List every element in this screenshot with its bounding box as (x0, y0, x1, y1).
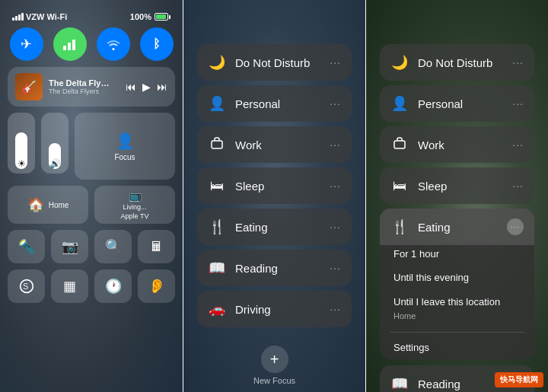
airplane-mode-button[interactable]: ✈ (10, 27, 43, 61)
home-label: Home (49, 201, 69, 209)
music-widget[interactable]: 🎸 The Delta Fly… The Delta Flyers ⏮ ▶ ⏭ (8, 67, 175, 107)
play-icon[interactable]: ▶ (142, 81, 151, 93)
eating-until-evening[interactable]: Until this evening (380, 266, 534, 289)
p3-personal-item[interactable]: 👤 Personal ··· (380, 85, 534, 122)
music-controls[interactable]: ⏮ ▶ ⏭ (126, 81, 167, 93)
clock-button[interactable]: 🕐 (94, 269, 132, 303)
eating-dots[interactable]: ··· (330, 221, 341, 233)
driving-dots[interactable]: ··· (330, 303, 341, 315)
p3-eating-item[interactable]: 🍴 Eating ··· (380, 209, 534, 245)
reading-item[interactable]: 📖 Reading ··· (197, 250, 352, 286)
battery-percent: 100% (130, 12, 151, 21)
camera-button[interactable]: 📷 (51, 230, 88, 263)
driving-icon: 🚗 (208, 301, 226, 317)
home-button[interactable]: 🏠 Home (8, 186, 88, 224)
eating-until-leave[interactable]: Until I leave this locationHome (380, 289, 534, 329)
focus-button[interactable]: 👤 Focus (75, 113, 175, 180)
eating-dropdown: For 1 hour Until this evening Until I le… (380, 242, 534, 359)
p3-do-not-disturb-dots[interactable]: ··· (512, 56, 524, 69)
p3-personal-label: Personal (418, 97, 503, 110)
flashlight-button[interactable]: 🔦 (8, 230, 45, 263)
p3-personal-icon: 👤 (390, 95, 409, 112)
bluetooth-button[interactable]: ᛒ (140, 27, 174, 61)
volume-icon: 🔊 (49, 158, 61, 169)
p3-eating-dots[interactable]: ··· (507, 218, 524, 235)
personal-dots[interactable]: ··· (330, 97, 341, 110)
brightness-slider[interactable]: ☀ (8, 113, 35, 174)
apple-tv-button[interactable]: 📺 Living... Apple TV (94, 186, 175, 224)
p3-eating-icon: 🍴 (390, 218, 409, 235)
calculator-button[interactable]: 🖩 (138, 230, 175, 263)
focus-expanded-panel: 🌙 Do Not Disturb ··· 👤 Personal ··· Work… (365, 0, 548, 392)
sleep-dots[interactable]: ··· (330, 180, 341, 192)
status-bar: VZW Wi-Fi 100% (8, 9, 175, 27)
p3-reading-label: Reading (418, 378, 503, 390)
rewind-icon[interactable]: ⏮ (126, 81, 136, 93)
hearing-button[interactable]: 👂 (138, 269, 175, 303)
p3-do-not-disturb-item[interactable]: 🌙 Do Not Disturb ··· (380, 44, 534, 81)
music-title: The Delta Fly… (49, 78, 119, 88)
fast-forward-icon[interactable]: ⏭ (157, 81, 167, 93)
p3-sleep-item[interactable]: 🛏 Sleep ··· (380, 167, 534, 204)
svg-rect-1 (68, 43, 71, 50)
eating-item[interactable]: 🍴 Eating ··· (197, 209, 352, 245)
driving-item[interactable]: 🚗 Driving ··· (197, 291, 352, 327)
home-icon: 🏠 (27, 196, 44, 213)
p3-work-dots[interactable]: ··· (512, 139, 524, 151)
svg-rect-2 (72, 40, 75, 50)
person-icon: 👤 (116, 132, 135, 150)
signal-bars (12, 13, 24, 21)
reading-dots[interactable]: ··· (330, 262, 341, 274)
eating-label: Eating (235, 221, 320, 234)
svg-rect-6 (394, 141, 405, 148)
do-not-disturb-item[interactable]: 🌙 Do Not Disturb ··· (197, 44, 352, 81)
sleep-label: Sleep (235, 180, 320, 193)
work-item[interactable]: Work ··· (197, 126, 352, 163)
personal-item[interactable]: 👤 Personal ··· (197, 85, 352, 122)
shazam-button[interactable]: S (8, 269, 45, 303)
sleep-item[interactable]: 🛏 Sleep ··· (197, 167, 352, 204)
new-focus-button[interactable]: + New Focus (191, 346, 358, 385)
work-icon (208, 136, 226, 154)
p3-personal-dots[interactable]: ··· (512, 97, 524, 110)
focus-mode-list: 🌙 Do Not Disturb ··· 👤 Personal ··· Work… (191, 38, 358, 333)
do-not-disturb-dots[interactable]: ··· (330, 56, 341, 69)
svg-text:S: S (23, 282, 28, 291)
eating-for-1-hour[interactable]: For 1 hour (380, 242, 534, 266)
work-dots[interactable]: ··· (330, 139, 341, 151)
sleep-icon: 🛏 (208, 178, 226, 194)
tv-icon: 📺 (129, 190, 142, 202)
album-art: 🎸 (15, 73, 43, 100)
cellular-button[interactable] (53, 27, 87, 61)
new-focus-label: New Focus (253, 376, 295, 385)
wifi-button[interactable] (97, 27, 130, 61)
eating-settings[interactable]: Settings (380, 336, 534, 359)
p3-sleep-icon: 🛏 (390, 178, 409, 194)
new-focus-circle: + (261, 346, 288, 373)
status-right: 100% (130, 12, 170, 21)
p3-sleep-dots[interactable]: ··· (512, 180, 524, 192)
p3-do-not-disturb-label: Do Not Disturb (418, 56, 503, 69)
volume-slider[interactable]: 🔊 (41, 113, 68, 174)
reading-label: Reading (235, 262, 320, 275)
personal-label: Personal (235, 97, 320, 110)
driving-label: Driving (235, 303, 320, 316)
p3-work-icon (390, 136, 409, 154)
qr-scanner-button[interactable]: ▦ (51, 269, 88, 303)
music-info: The Delta Fly… The Delta Flyers (49, 78, 119, 95)
tv-sublabel: Apple TV (121, 212, 149, 220)
music-artist: The Delta Flyers (49, 88, 119, 95)
svg-rect-0 (63, 46, 66, 50)
focus-mode-list-expanded: 🌙 Do Not Disturb ··· 👤 Personal ··· Work… (374, 38, 540, 392)
p3-work-item[interactable]: Work ··· (380, 126, 534, 163)
personal-icon: 👤 (208, 95, 226, 112)
p3-work-label: Work (418, 139, 503, 151)
focus-list-panel: 🌙 Do Not Disturb ··· 👤 Personal ··· Work… (183, 0, 365, 392)
status-left: VZW Wi-Fi (12, 12, 67, 21)
svg-rect-5 (212, 141, 222, 148)
magnifier-button[interactable]: 🔍 (94, 230, 132, 263)
p3-sleep-label: Sleep (418, 180, 503, 193)
reading-icon: 📖 (208, 260, 226, 276)
moon-icon: 🌙 (208, 54, 226, 71)
control-center-panel: VZW Wi-Fi 100% ✈ (0, 0, 183, 392)
